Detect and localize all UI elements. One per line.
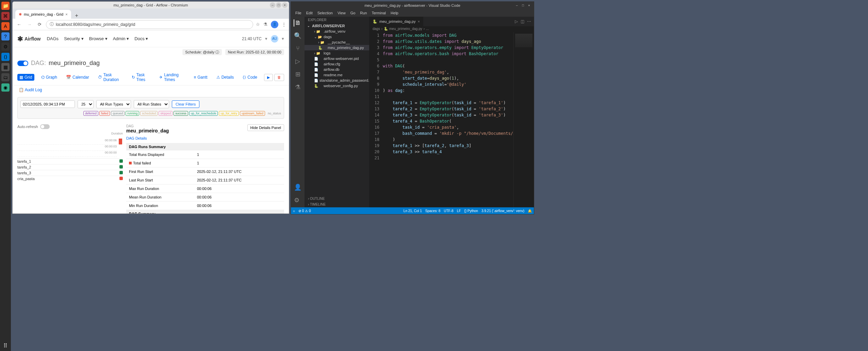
run-file-icon[interactable]: ▷ — [515, 19, 518, 24]
tab-code[interactable]: ⟨⟩ Code — [241, 74, 259, 81]
extensions-icon[interactable]: ⊞ — [295, 70, 300, 78]
dock-app-icon[interactable]: ▦ — [1, 63, 10, 71]
status-badge-failed[interactable]: failed — [99, 111, 110, 116]
outline-section[interactable]: › OUTLINE — [305, 196, 369, 202]
tab-task-duration[interactable]: ⏱ Task Duration — [96, 71, 125, 83]
tab-landing-times[interactable]: ✈ Landing Times — [157, 71, 187, 83]
forward-button[interactable]: → — [26, 21, 33, 28]
tab-gantt[interactable]: ≡ Gantt — [192, 74, 209, 81]
status-item[interactable]: UTF-8 — [444, 209, 453, 213]
nav-docs[interactable]: Docs ▾ — [134, 36, 148, 41]
schedule-badge[interactable]: Schedule: @daily ⓘ — [182, 49, 222, 55]
close-tab-icon[interactable]: × — [417, 19, 420, 23]
next-run-badge[interactable]: Next Run: 2025-02-12, 00:00:00 — [225, 49, 284, 55]
task-row[interactable]: tarefa_3 — [17, 170, 123, 176]
more-actions-icon[interactable]: ⋯ — [527, 19, 531, 24]
status-item[interactable]: Ln 21, Col 1 — [404, 209, 422, 213]
dock-files-icon[interactable]: 📁 — [1, 2, 10, 10]
workspace-root[interactable]: ⌄ AIRFLOWSERVER — [305, 23, 369, 29]
maximize-button[interactable]: □ — [276, 2, 281, 8]
task-row[interactable]: cria_pasta — [17, 176, 123, 181]
menu-edit[interactable]: Edit — [305, 11, 314, 15]
breadcrumb[interactable]: dags › 🐍 meu_primeiro_dag.py › ... — [369, 26, 534, 32]
status-badge-success[interactable]: success — [174, 111, 188, 116]
menu-file[interactable]: File — [294, 11, 303, 15]
status-item[interactable]: 🔔 — [528, 209, 532, 213]
dag-toggle[interactable] — [17, 61, 28, 66]
search-icon[interactable]: 🔍 — [294, 32, 301, 39]
file-item[interactable]: 📄readme.me — [305, 72, 369, 78]
menu-help[interactable]: Help — [389, 11, 400, 15]
delete-dag-button[interactable]: 🗑 — [274, 74, 284, 81]
dag-details-link[interactable]: DAG Details — [126, 136, 284, 140]
run-state-filter[interactable]: All Run States — [134, 100, 169, 108]
hide-details-button[interactable]: Hide Details Panel — [247, 124, 284, 131]
dock-help-icon[interactable]: ? — [1, 32, 10, 41]
user-avatar[interactable]: AU — [271, 35, 278, 43]
dock-terminal-icon[interactable]: ⌘ — [1, 12, 10, 20]
menu-view[interactable]: View — [336, 11, 347, 15]
user-dropdown-icon[interactable]: ▾ — [282, 36, 284, 41]
accounts-icon[interactable]: 👤 — [294, 184, 301, 191]
nav-dags[interactable]: DAGs — [47, 36, 59, 41]
status-badge-up_for_retry[interactable]: up_for_retry — [219, 111, 239, 116]
runs-filter[interactable]: 25 — [78, 100, 94, 108]
settings-icon[interactable]: ⚙ — [294, 196, 301, 204]
menu-terminal[interactable]: Terminal — [370, 11, 388, 15]
folder-item[interactable]: › 📁.airflow_venv — [305, 29, 369, 34]
profile-avatar[interactable]: 👤 — [271, 21, 278, 28]
autorefresh-toggle[interactable] — [40, 124, 50, 129]
status-badge-up_for_reschedule[interactable]: up_for_reschedule — [189, 111, 218, 116]
status-badge-running[interactable]: running — [126, 111, 139, 116]
nav-browse[interactable]: Browse ▾ — [89, 36, 108, 41]
tab-details[interactable]: ⚠ Details — [214, 74, 236, 81]
file-item[interactable]: 📄airflow.db — [305, 67, 369, 72]
folder-item[interactable]: › 📁__pycache__ — [305, 39, 369, 45]
status-badge-queued[interactable]: queued — [111, 111, 125, 116]
status-badge-deferred[interactable]: deferred — [83, 111, 98, 116]
status-item[interactable]: 3.9.21 ('.airflow_venv': venv) — [481, 209, 524, 213]
dock-settings-icon[interactable]: ⚙ — [1, 43, 10, 51]
vs-maximize-button[interactable]: □ — [520, 3, 526, 8]
dock-appstore-icon[interactable]: A — [1, 22, 10, 30]
run-bar-failed[interactable] — [119, 139, 122, 145]
labs-icon[interactable]: ⚗ — [263, 22, 267, 27]
tab-task-tries[interactable]: ↻ Task Tries — [130, 71, 153, 83]
new-tab-button[interactable]: + — [72, 13, 81, 19]
explorer-icon[interactable]: 🗎 — [294, 19, 301, 27]
task-row[interactable]: tarefa_1 — [17, 158, 123, 164]
back-button[interactable]: ← — [15, 21, 23, 28]
reload-button[interactable]: ⟳ — [36, 21, 43, 28]
status-item[interactable]: {} Python — [464, 209, 478, 213]
dock-tweaks-icon[interactable]: ◉ — [1, 83, 10, 92]
menu-go[interactable]: Go — [349, 11, 357, 15]
source-control-icon[interactable]: ⑂ — [296, 45, 300, 52]
menu-selection[interactable]: Selection — [316, 11, 334, 15]
site-info-icon[interactable]: ⓘ — [50, 21, 54, 27]
status-badge-skipped[interactable]: skipped — [159, 111, 173, 116]
vs-minimize-button[interactable]: – — [514, 3, 520, 8]
audit-log-link[interactable]: 📋 Audit Log — [13, 85, 289, 94]
vs-close-button[interactable]: × — [526, 3, 532, 8]
nav-security[interactable]: Security ▾ — [64, 36, 84, 41]
task-row[interactable]: tarefa_2 — [17, 164, 123, 170]
dock-vscode-icon[interactable]: ⟨⟩ — [1, 53, 10, 61]
close-tab-icon[interactable]: × — [65, 12, 67, 16]
file-item[interactable]: 📄airflow-webserver.pid — [305, 56, 369, 61]
editor-tab[interactable]: 🐍 meu_primeiro_dag.py × — [369, 17, 424, 26]
url-bar[interactable]: ⓘ localhost:8080/dags/meu_primeiro_dag/g… — [46, 20, 253, 29]
folder-item[interactable]: ⌄ 📂dags — [305, 34, 369, 39]
trigger-dag-button[interactable]: ▶ — [264, 74, 273, 81]
minimize-button[interactable]: – — [270, 2, 275, 8]
chrome-menu-icon[interactable]: ⋮ — [282, 22, 286, 27]
nav-admin[interactable]: Admin ▾ — [113, 36, 129, 41]
close-button[interactable]: × — [282, 2, 288, 8]
run-type-filter[interactable]: All Run Types — [96, 100, 131, 108]
clock-dropdown-icon[interactable]: ▾ — [265, 36, 267, 41]
status-item[interactable]: LF — [457, 209, 461, 213]
file-item[interactable]: 📄standalone_admin_password.txt — [305, 78, 369, 83]
browser-tab[interactable]: ✱ mu_primeiro_dag - Grid × — [15, 10, 71, 19]
date-filter[interactable] — [20, 100, 75, 108]
code-content[interactable]: from airflow.models import DAGfrom airfl… — [383, 32, 513, 207]
split-editor-icon[interactable]: ◫ — [521, 19, 524, 24]
